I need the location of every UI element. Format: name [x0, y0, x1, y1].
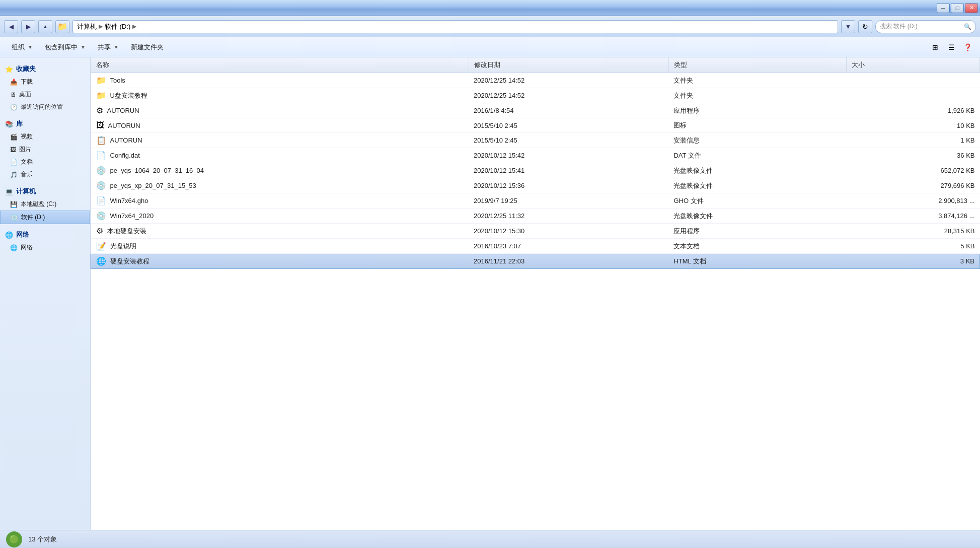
table-row[interactable]: 💿Win7x64_20202020/12/25 11:32光盘映像文件3,874… [91, 209, 980, 224]
col-type[interactable]: 类型 [668, 57, 846, 73]
organize-button[interactable]: 组织 ▼ [6, 40, 38, 55]
breadcrumb-dropdown[interactable]: ▼ [841, 20, 855, 33]
breadcrumb-drive[interactable]: 软件 (D:) [105, 22, 130, 31]
file-icon: 💿 [96, 181, 106, 190]
library-header[interactable]: 📚 库 [0, 117, 90, 130]
view-details-button[interactable]: ☰ [945, 41, 958, 54]
file-name-label: Win7x64.gho [110, 197, 148, 204]
favorites-header[interactable]: ⭐ 收藏夹 [0, 62, 90, 76]
pictures-icon: 🖼 [10, 146, 16, 153]
file-size: 1,926 KB [847, 103, 980, 118]
c-drive-icon: 💾 [10, 201, 18, 208]
help-button[interactable]: ❓ [961, 41, 974, 54]
table-row[interactable]: 💿pe_yqs_1064_20_07_31_16_042020/10/12 15… [91, 163, 980, 178]
network-section: 🌐 网络 🌐 网络 [0, 228, 90, 254]
file-icon: 📋 [96, 135, 106, 145]
table-row[interactable]: 📋AUTORUN2015/5/10 2:45安装信息1 KB [91, 133, 980, 148]
toolbar-right: ⊞ ☰ ❓ [929, 41, 974, 54]
sidebar: ⭐ 收藏夹 📥 下载 🖥 桌面 🕐 最近访问的位置 📚 库 🎬 [0, 57, 91, 530]
file-size: 28,315 KB [847, 224, 980, 239]
file-name-cell: 💿pe_yqs_1064_20_07_31_16_04 [91, 163, 469, 178]
sidebar-item-d-drive[interactable]: 💿 软件 (D:) [0, 211, 90, 224]
sidebar-item-desktop[interactable]: 🖥 桌面 [0, 88, 90, 101]
status-app-icon: 🟢 [6, 531, 22, 547]
file-name-cell: 📄Config.dat [91, 148, 469, 163]
forward-button[interactable]: ▶ [21, 20, 35, 33]
share-label: 共享 [98, 43, 111, 52]
table-row[interactable]: ⚙本地硬盘安装2020/10/12 15:30应用程序28,315 KB [91, 224, 980, 239]
table-row[interactable]: 💿pe_yqs_xp_20_07_31_15_532020/10/12 15:3… [91, 178, 980, 193]
col-size[interactable]: 大小 [847, 57, 980, 73]
back-button[interactable]: ◀ [4, 20, 18, 33]
search-bar[interactable]: 搜索 软件 (D:) 🔍 [875, 20, 976, 33]
network-header[interactable]: 🌐 网络 [0, 228, 90, 241]
table-row[interactable]: 📁Tools2020/12/25 14:52文件夹 [91, 73, 980, 88]
computer-header[interactable]: 💻 计算机 [0, 185, 90, 198]
sidebar-item-c-drive[interactable]: 💾 本地磁盘 (C:) [0, 198, 90, 211]
table-row[interactable]: 🌐硬盘安装教程2016/11/21 22:03HTML 文档3 KB [91, 254, 980, 269]
file-icon: 📝 [96, 241, 106, 251]
file-name-label: Tools [110, 77, 125, 84]
sidebar-item-recent[interactable]: 🕐 最近访问的位置 [0, 101, 90, 113]
new-folder-button[interactable]: 新建文件夹 [125, 40, 169, 55]
table-row[interactable]: 📄Win7x64.gho2019/9/7 19:25GHO 文件2,900,81… [91, 193, 980, 209]
d-drive-label: 软件 (D:) [21, 213, 45, 222]
search-icon[interactable]: 🔍 [964, 23, 971, 30]
file-size: 3 KB [847, 254, 980, 269]
file-date: 2015/5/10 2:45 [469, 118, 668, 133]
file-date: 2016/10/23 7:07 [469, 239, 668, 254]
file-type: DAT 文件 [668, 148, 846, 163]
video-icon: 🎬 [10, 133, 18, 141]
file-name-cell: 📝光盘说明 [91, 239, 469, 254]
col-name[interactable]: 名称 [91, 57, 469, 73]
file-date: 2020/10/12 15:36 [469, 178, 668, 193]
file-type: 图标 [668, 118, 846, 133]
maximize-button[interactable]: □ [951, 3, 964, 13]
table-row[interactable]: ⚙AUTORUN2016/1/8 4:54应用程序1,926 KB [91, 103, 980, 118]
video-label: 视频 [21, 132, 33, 141]
sidebar-item-music[interactable]: 🎵 音乐 [0, 168, 90, 181]
table-row[interactable]: 📝光盘说明2016/10/23 7:07文本文档5 KB [91, 239, 980, 254]
breadcrumb[interactable]: 计算机 ▶ 软件 (D:) ▶ [72, 20, 838, 33]
up-button[interactable]: ▲ [38, 20, 52, 33]
include-in-library-button[interactable]: 包含到库中 ▼ [39, 40, 91, 55]
share-button[interactable]: 共享 ▼ [92, 40, 124, 55]
share-dropdown-icon: ▼ [114, 44, 119, 50]
computer-section: 💻 计算机 💾 本地磁盘 (C:) 💿 软件 (D:) [0, 185, 90, 224]
music-label: 音乐 [21, 170, 33, 179]
sidebar-item-documents[interactable]: 📄 文档 [0, 156, 90, 168]
view-toggle-button[interactable]: ⊞ [929, 41, 942, 54]
network-item-label: 网络 [21, 243, 33, 252]
breadcrumb-computer[interactable]: 计算机 [77, 22, 97, 31]
file-table: 名称 修改日期 类型 大小 📁Tools2020/12/25 14:52文件夹📁… [91, 57, 980, 269]
file-type: 光盘映像文件 [668, 163, 846, 178]
file-size: 5 KB [847, 239, 980, 254]
col-date[interactable]: 修改日期 [469, 57, 668, 73]
sidebar-item-downloads[interactable]: 📥 下载 [0, 76, 90, 88]
organize-label: 组织 [12, 43, 25, 52]
statusbar: 🟢 13 个对象 [0, 530, 980, 548]
table-row[interactable]: 📄Config.dat2020/10/12 15:42DAT 文件36 KB [91, 148, 980, 163]
refresh-button[interactable]: ↻ [858, 20, 872, 33]
file-type: GHO 文件 [668, 193, 846, 209]
table-row[interactable]: 📁U盘安装教程2020/12/25 14:52文件夹 [91, 88, 980, 103]
desktop-icon: 🖥 [10, 91, 16, 98]
window-controls: ─ □ ✕ [937, 3, 978, 13]
file-list[interactable]: 名称 修改日期 类型 大小 📁Tools2020/12/25 14:52文件夹📁… [91, 57, 980, 530]
sidebar-item-network[interactable]: 🌐 网络 [0, 241, 90, 254]
file-icon: ⚙ [96, 106, 103, 115]
file-type: 应用程序 [668, 103, 846, 118]
sidebar-item-pictures[interactable]: 🖼 图片 [0, 143, 90, 156]
file-type: 光盘映像文件 [668, 178, 846, 193]
sidebar-item-video[interactable]: 🎬 视频 [0, 130, 90, 143]
network-icon: 🌐 [10, 244, 18, 251]
file-name-cell: ⚙AUTORUN [91, 103, 469, 118]
close-button[interactable]: ✕ [965, 3, 978, 13]
file-name-label: Config.dat [110, 152, 140, 159]
minimize-button[interactable]: ─ [937, 3, 950, 13]
recent-button[interactable]: 📁 [55, 20, 69, 33]
breadcrumb-separator-2: ▶ [132, 23, 136, 30]
table-row[interactable]: 🖼AUTORUN2015/5/10 2:45图标10 KB [91, 118, 980, 133]
file-icon: 🌐 [96, 256, 106, 266]
file-name-label: AUTORUN [110, 136, 142, 144]
